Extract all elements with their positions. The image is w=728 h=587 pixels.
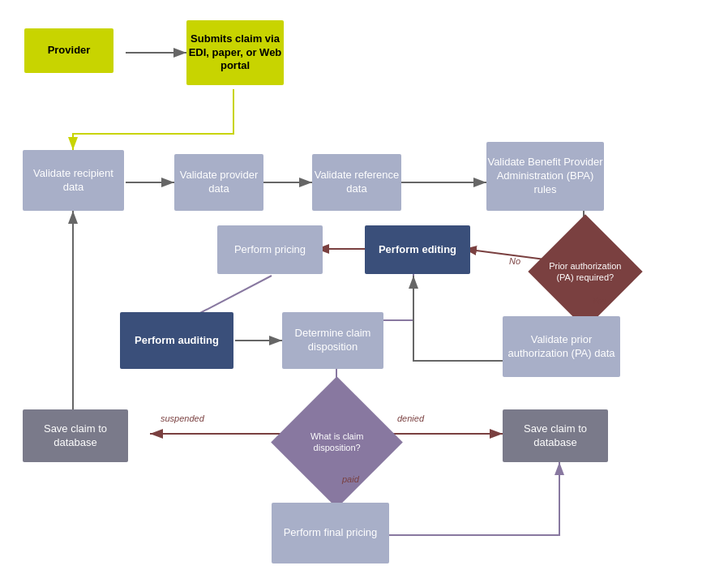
perform-editing-node: Perform editing xyxy=(365,225,470,274)
what-is-claim-diamond: What is claim disposition? xyxy=(271,376,403,508)
suspended-label: suspended xyxy=(161,413,204,423)
no-label: No xyxy=(509,256,520,266)
provider-node: Provider xyxy=(24,28,113,73)
save-claim-right-node: Save claim to database xyxy=(503,409,608,462)
validate-provider-node: Validate provider data xyxy=(174,154,263,211)
save-claim-left-node: Save claim to database xyxy=(23,409,128,462)
flowchart-diagram: Provider Submits claim via EDI, paper, o… xyxy=(0,0,728,587)
validate-recipient-node: Validate recipient data xyxy=(23,150,124,211)
svg-line-9 xyxy=(464,249,545,259)
perform-final-node: Perform final pricing xyxy=(272,503,389,563)
determine-claim-node: Determine claim disposition xyxy=(282,312,383,369)
validate-bpa-node: Validate Benefit Provider Administration… xyxy=(486,142,604,211)
yes-label: Yes xyxy=(592,296,606,306)
perform-pricing-node: Perform pricing xyxy=(217,225,323,274)
validate-reference-node: Validate reference data xyxy=(312,154,401,211)
paid-label: paid xyxy=(342,474,359,484)
perform-auditing-node: Perform auditing xyxy=(120,312,233,369)
prior-auth-diamond: Prior authorization (PA) required? xyxy=(528,214,642,328)
denied-label: denied xyxy=(397,413,424,423)
submits-claim-node: Submits claim via EDI, paper, or Web por… xyxy=(186,20,284,85)
validate-pa-node: Validate prior authorization (PA) data xyxy=(503,316,620,377)
